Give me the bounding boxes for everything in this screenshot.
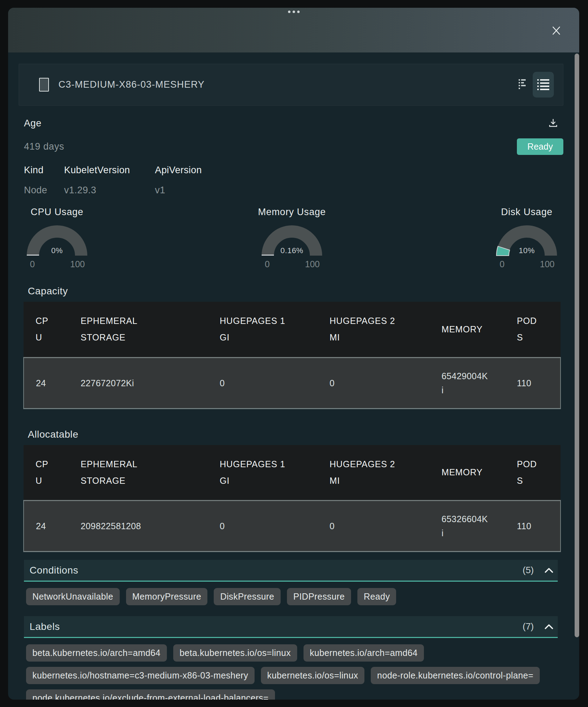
labels-chips-row2: kubernetes.io/hostname=c3-medium-x86-03-… — [26, 667, 563, 684]
capacity-title: Capacity — [19, 285, 563, 297]
cell-memory: 65429004Ki — [436, 357, 511, 408]
capacity-header-row: CPU EPHEMERAL STORAGE HUGEPAGES 1 GI HUG… — [24, 302, 561, 357]
label-chip: beta.kubernetes.io/os=linux — [173, 644, 297, 662]
capacity-table: CPU EPHEMERAL STORAGE HUGEPAGES 1 GI HUG… — [23, 302, 561, 409]
label-chip: kubernetes.io/os=linux — [261, 667, 364, 684]
condition-chip: Ready — [357, 588, 396, 605]
gauge-min: 0 — [500, 259, 505, 270]
drag-handle-dots-icon[interactable] — [8, 11, 579, 13]
age-label: Age — [24, 118, 42, 129]
condition-chip: NetworkUnavailable — [26, 588, 120, 605]
label-chip: node.kubernetes.io/exclude-from-external… — [26, 689, 275, 700]
cell-hugepages-1gi: 0 — [214, 501, 324, 552]
cell-cpu: 24 — [24, 501, 75, 552]
conditions-count: (5) — [523, 565, 534, 576]
scrollbar-thumb[interactable] — [575, 54, 579, 637]
cpu-usage-gauge: CPU Usage 0% 0 100 — [26, 207, 88, 270]
conditions-title: Conditions — [30, 565, 78, 576]
memory-usage-gauge: Memory Usage 0.16% 0 100 — [258, 207, 326, 270]
gauge-min: 0 — [30, 259, 35, 270]
col-header-ephemeral-storage[interactable]: EPHEMERAL STORAGE — [75, 302, 214, 357]
disk-usage-gauge: Disk Usage 10% 0 100 — [496, 207, 558, 270]
labels-chips-row3: node.kubernetes.io/exclude-from-external… — [26, 689, 563, 700]
list-view-button[interactable] — [533, 72, 554, 98]
gauge-max: 100 — [540, 259, 555, 270]
col-header-memory[interactable]: MEMORY — [436, 445, 511, 501]
node-checkbox[interactable] — [39, 78, 49, 92]
cell-ephemeral-storage: 209822581208 — [75, 501, 214, 552]
cell-hugepages-2mi: 0 — [324, 501, 436, 552]
condition-chip: DiskPressure — [214, 588, 280, 605]
col-header-memory[interactable]: MEMORY — [436, 302, 511, 357]
gauge-value: 0% — [26, 246, 88, 255]
conditions-chips: NetworkUnavailable MemoryPressure DiskPr… — [26, 588, 563, 605]
field-value-kubeletversion: v1.29.3 — [64, 185, 155, 196]
col-header-ephemeral-storage[interactable]: EPHEMERAL STORAGE — [75, 445, 214, 501]
modal-header — [8, 8, 579, 52]
field-value-kind: Node — [24, 185, 64, 196]
col-header-pods[interactable]: PODS — [511, 302, 561, 357]
cell-pods: 110 — [511, 357, 561, 408]
col-header-cpu[interactable]: CPU — [24, 445, 75, 501]
field-label-kind: Kind — [24, 165, 64, 176]
cell-cpu: 24 — [24, 357, 75, 408]
node-header-card: C3-MEDIUM-X86-03-MESHERY — [19, 64, 563, 106]
col-header-hugepages-1gi[interactable]: HUGEPAGES 1 GI — [214, 302, 324, 357]
labels-section-header[interactable]: Labels (7) — [24, 616, 558, 638]
labels-count: (7) — [523, 621, 534, 632]
cell-ephemeral-storage: 227672072Ki — [75, 357, 214, 408]
label-chip: kubernetes.io/arch=amd64 — [304, 644, 424, 662]
condition-chip: PIDPressure — [287, 588, 351, 605]
col-header-pods[interactable]: PODS — [511, 445, 561, 501]
close-icon[interactable] — [551, 25, 562, 36]
gauge-max: 100 — [70, 259, 85, 270]
gauge-min: 0 — [265, 259, 270, 270]
allocatable-title: Allocatable — [19, 428, 563, 440]
page-background: C3-MEDIUM-X86-03-MESHERY Age — [0, 0, 588, 707]
field-label-kubeletversion: KubeletVersion — [64, 165, 155, 176]
config-view-icon[interactable] — [519, 79, 526, 90]
gauge-value: 0.16% — [261, 246, 323, 255]
capacity-data-row: 24 227672072Ki 0 0 65429004Ki 110 — [24, 357, 561, 408]
status-badge: Ready — [517, 138, 563, 155]
col-header-hugepages-1gi[interactable]: HUGEPAGES 1 GI — [214, 445, 324, 501]
label-chip: node-role.kubernetes.io/control-plane= — [371, 667, 540, 684]
node-details-modal: C3-MEDIUM-X86-03-MESHERY Age — [8, 8, 579, 700]
col-header-hugepages-2mi[interactable]: HUGEPAGES 2 MI — [324, 445, 436, 501]
cell-pods: 110 — [511, 501, 561, 552]
label-chip: beta.kubernetes.io/arch=amd64 — [26, 644, 167, 662]
conditions-section-header[interactable]: Conditions (5) — [24, 560, 558, 582]
gauge-value: 10% — [496, 246, 557, 255]
download-icon[interactable] — [548, 118, 558, 128]
gauge-max: 100 — [305, 259, 320, 270]
allocatable-table: CPU EPHEMERAL STORAGE HUGEPAGES 1 GI HUG… — [23, 445, 561, 552]
field-value-apiversion: v1 — [155, 185, 165, 196]
labels-title: Labels — [30, 621, 60, 632]
allocatable-data-row: 24 209822581208 0 0 65326604Ki 110 — [24, 501, 561, 552]
node-title: C3-MEDIUM-X86-03-MESHERY — [58, 79, 519, 90]
chevron-up-icon[interactable] — [544, 568, 553, 573]
cell-hugepages-2mi: 0 — [324, 357, 436, 408]
cell-hugepages-1gi: 0 — [214, 357, 324, 408]
gauge-title: Disk Usage — [501, 207, 552, 218]
gauge-title: Memory Usage — [258, 207, 326, 218]
chevron-up-icon[interactable] — [544, 624, 553, 630]
modal-content: C3-MEDIUM-X86-03-MESHERY Age — [8, 64, 579, 700]
age-value: 419 days — [24, 141, 64, 152]
allocatable-header-row: CPU EPHEMERAL STORAGE HUGEPAGES 1 GI HUG… — [24, 445, 561, 501]
usage-gauges: CPU Usage 0% 0 100 Memory Usage — [26, 207, 558, 270]
col-header-cpu[interactable]: CPU — [24, 302, 75, 357]
gauge-title: CPU Usage — [31, 207, 83, 218]
field-label-apiversion: ApiVersion — [155, 165, 202, 176]
col-header-hugepages-2mi[interactable]: HUGEPAGES 2 MI — [324, 302, 436, 357]
label-chip: kubernetes.io/hostname=c3-medium-x86-03-… — [26, 667, 255, 684]
cell-memory: 65326604Ki — [436, 501, 511, 552]
labels-chips-row1: beta.kubernetes.io/arch=amd64 beta.kuber… — [26, 644, 563, 662]
condition-chip: MemoryPressure — [126, 588, 208, 605]
